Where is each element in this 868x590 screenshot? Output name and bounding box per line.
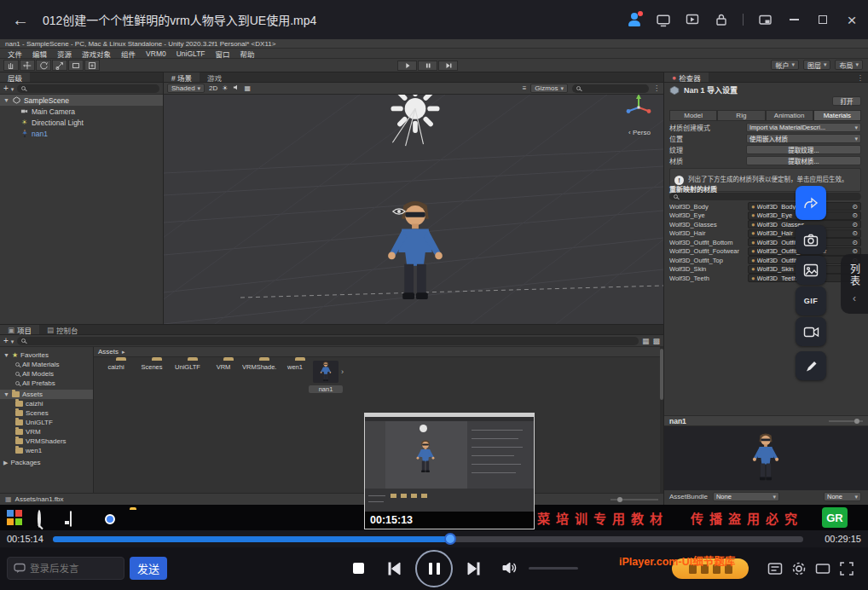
model-preview-area[interactable] bbox=[664, 426, 868, 490]
video-frame[interactable]: nan1 - SampleScene - PC, Mac & Linux Sta… bbox=[0, 39, 868, 530]
previous-button[interactable] bbox=[385, 560, 402, 581]
extract-textures-button[interactable]: 提取纹理... bbox=[746, 145, 861, 154]
progress-thumb[interactable] bbox=[444, 533, 456, 545]
rotate-tool-icon[interactable] bbox=[36, 60, 51, 71]
tree-folder[interactable]: Scenes bbox=[0, 408, 93, 418]
object-picker-icon[interactable]: ⊙ bbox=[853, 239, 858, 246]
settings-gear-icon[interactable] bbox=[791, 561, 807, 576]
menu-edit[interactable]: 编辑 bbox=[28, 49, 51, 59]
screen-cast-icon[interactable] bbox=[685, 12, 700, 27]
tree-all-materials[interactable]: All Materials bbox=[0, 360, 93, 369]
annotate-pen-button[interactable] bbox=[796, 351, 826, 380]
perspective-label[interactable]: ‹ Perso bbox=[621, 129, 658, 136]
audio-toggle-icon[interactable] bbox=[233, 84, 240, 93]
menu-unigltf[interactable]: UniGLTF bbox=[172, 49, 210, 58]
gizmos-dropdown[interactable]: Gizmos▾ bbox=[530, 84, 568, 93]
close-button[interactable]: × bbox=[844, 12, 859, 27]
pause-button[interactable] bbox=[415, 550, 453, 587]
volume-slider[interactable] bbox=[529, 567, 578, 570]
layout-dropdown[interactable]: 布局▾ bbox=[835, 60, 863, 70]
pause-button-unity[interactable] bbox=[418, 61, 437, 71]
fullscreen-icon[interactable] bbox=[839, 561, 854, 576]
assetbundle-variant-select[interactable]: None▾ bbox=[824, 492, 861, 501]
tab-materials[interactable]: Materials bbox=[813, 110, 861, 121]
menu-gameobject[interactable]: 游戏对象 bbox=[78, 49, 115, 59]
object-picker-icon[interactable]: ⊙ bbox=[853, 211, 858, 219]
hidden-assets-icon[interactable]: ▦ bbox=[642, 337, 650, 345]
asset-folder[interactable]: UniGLTF bbox=[171, 361, 205, 371]
menu-assets[interactable]: 资源 bbox=[53, 49, 76, 59]
tab-scene[interactable]: # 场景 bbox=[164, 72, 200, 82]
tab-animation[interactable]: Animation bbox=[766, 110, 813, 121]
gif-capture-button[interactable]: GIF bbox=[796, 286, 826, 315]
thumbnail-size-slider[interactable] bbox=[610, 499, 658, 500]
preview-header[interactable]: nan1 bbox=[664, 415, 868, 426]
character-model[interactable] bbox=[381, 200, 449, 304]
asset-labels-icon[interactable]: ▩ bbox=[652, 337, 660, 345]
expand-asset-icon[interactable]: › bbox=[341, 367, 344, 376]
volume-icon[interactable] bbox=[501, 560, 518, 579]
move-tool-icon[interactable] bbox=[20, 60, 35, 71]
scene-canvas[interactable]: ‹ Perso bbox=[164, 95, 663, 324]
create-icon[interactable]: + ▾ bbox=[3, 337, 14, 345]
screenshot-camera-button[interactable] bbox=[796, 225, 826, 254]
tab-console[interactable]: ▤控制台 bbox=[39, 325, 86, 334]
create-icon[interactable]: + ▾ bbox=[3, 84, 14, 93]
layers-dropdown[interactable]: 图层▾ bbox=[803, 60, 831, 70]
orientation-gizmo[interactable] bbox=[624, 95, 653, 120]
video-record-button[interactable] bbox=[796, 317, 826, 346]
play-button[interactable] bbox=[397, 61, 417, 71]
lock-icon[interactable] bbox=[714, 12, 729, 27]
minimize-button[interactable] bbox=[786, 12, 801, 27]
theater-mode-icon[interactable] bbox=[815, 561, 830, 576]
menu-window[interactable]: 窗口 bbox=[211, 49, 234, 59]
hand-tool-icon[interactable] bbox=[3, 60, 19, 71]
menu-help[interactable]: 帮助 bbox=[236, 49, 259, 59]
maximize-button[interactable] bbox=[815, 12, 830, 27]
scale-tool-icon[interactable] bbox=[52, 60, 67, 71]
tree-packages[interactable]: ▶Packages bbox=[0, 458, 93, 467]
toggle-2d[interactable]: 2D bbox=[209, 84, 217, 92]
account-dropdown[interactable]: 帐户▾ bbox=[771, 60, 799, 70]
shading-dropdown[interactable]: Shaded▾ bbox=[167, 84, 205, 93]
effects-toggle-icon[interactable]: ▦ bbox=[245, 84, 252, 92]
rect-tool-icon[interactable] bbox=[68, 60, 84, 71]
tree-all-models[interactable]: All Models bbox=[0, 369, 93, 379]
tab-project[interactable]: ▣项目 bbox=[0, 325, 39, 334]
lighting-toggle-icon[interactable]: ☀ bbox=[222, 84, 228, 92]
preview-zoom-slider[interactable] bbox=[829, 420, 863, 422]
tab-model[interactable]: Model bbox=[669, 110, 717, 121]
tab-inspector[interactable]: ●检查器 bbox=[664, 72, 709, 82]
overflow-menu-icon[interactable]: ⋮ bbox=[653, 84, 660, 92]
send-button[interactable]: 发送 bbox=[130, 557, 167, 580]
tv-cast-icon[interactable] bbox=[656, 12, 671, 27]
danmaku-list-icon[interactable] bbox=[767, 561, 783, 576]
tab-rig[interactable]: Rig bbox=[717, 110, 765, 121]
assetbundle-select[interactable]: None▾ bbox=[713, 492, 779, 501]
project-scrollbar[interactable] bbox=[660, 347, 663, 493]
tree-assets[interactable]: ▼Assets bbox=[0, 390, 93, 399]
menu-file[interactable]: 文件 bbox=[3, 49, 26, 59]
danmaku-input-box[interactable] bbox=[7, 557, 124, 580]
stop-button[interactable] bbox=[353, 563, 364, 574]
object-picker-icon[interactable]: ⊙ bbox=[853, 229, 858, 237]
menu-component[interactable]: 组件 bbox=[117, 49, 140, 59]
object-picker-icon[interactable]: ⊙ bbox=[853, 221, 858, 228]
transform-tool-icon[interactable] bbox=[84, 60, 100, 71]
tab-hierarchy[interactable]: 层级 bbox=[0, 72, 30, 82]
image-capture-button[interactable] bbox=[796, 256, 826, 285]
asset-folder[interactable]: caizhi bbox=[99, 361, 133, 371]
danmaku-input[interactable] bbox=[30, 564, 118, 574]
project-breadcrumb[interactable]: Assets▸ bbox=[94, 347, 660, 357]
foldout-icon[interactable]: ▼ bbox=[3, 97, 9, 103]
remap-search-input[interactable] bbox=[669, 193, 861, 200]
hierarchy-item-directional-light[interactable]: ☀ Directional Light bbox=[0, 117, 163, 128]
scene-root-row[interactable]: ▼ SampleScene bbox=[0, 95, 163, 106]
mini-player-icon[interactable] bbox=[757, 12, 773, 27]
back-icon[interactable]: ← bbox=[12, 10, 29, 30]
open-button[interactable]: 打开 bbox=[832, 96, 861, 106]
account-icon[interactable] bbox=[627, 12, 642, 27]
asset-folder[interactable]: VRM bbox=[206, 361, 240, 371]
panel-menu-icon[interactable]: ⋮ bbox=[857, 72, 868, 82]
asset-model-nan1[interactable]: nan1 bbox=[309, 361, 343, 393]
